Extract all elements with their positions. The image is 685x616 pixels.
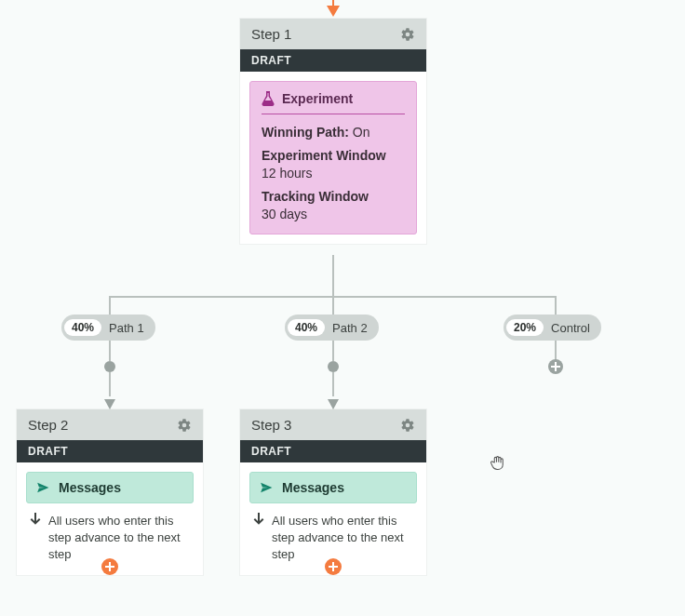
connector-drop-1 [332, 296, 334, 315]
entry-connector [332, 0, 334, 7]
hand-cursor-icon [490, 454, 506, 471]
add-step-button[interactable] [101, 558, 118, 575]
plus-icon [551, 362, 560, 371]
status-badge: DRAFT [17, 440, 203, 462]
connector-col1-a [332, 341, 334, 361]
add-step-button[interactable] [325, 558, 342, 575]
step-title: Step 1 [251, 26, 291, 42]
path-pill-control[interactable]: 20% Control [504, 315, 601, 341]
path-label: Path 1 [109, 321, 144, 335]
experiment-window-row: Experiment Window 12 hours [262, 147, 405, 182]
arrowhead-col1-icon [328, 398, 339, 409]
connector-drop-2 [555, 296, 557, 315]
arrow-down-icon [253, 513, 264, 526]
step-body: Experiment Winning Path: On Experiment W… [240, 72, 426, 244]
path-pct: 40% [64, 319, 101, 336]
plus-icon [329, 562, 338, 571]
tracking-window-row: Tracking Window 30 days [262, 188, 405, 223]
paper-plane-icon [260, 481, 273, 494]
arrowhead-col0-icon [104, 398, 115, 409]
status-badge: DRAFT [240, 49, 426, 72]
node-dot-col0 [104, 361, 115, 372]
path-pct: 20% [506, 319, 544, 336]
path-label: Path 2 [332, 321, 368, 335]
path-pill-2[interactable]: 40% Path 2 [285, 315, 379, 341]
messages-chip[interactable]: Messages [249, 472, 417, 503]
paper-plane-icon [36, 481, 49, 494]
connector-col0-a [109, 341, 111, 361]
messages-label: Messages [59, 480, 121, 495]
flask-icon [262, 91, 275, 106]
messages-label: Messages [282, 480, 344, 495]
step-title: Step 2 [28, 417, 68, 433]
experiment-panel: Experiment Winning Path: On Experiment W… [249, 81, 417, 234]
plus-icon [105, 562, 114, 571]
advance-row: All users who enter this step advance to… [249, 503, 417, 566]
experiment-heading: Experiment [282, 91, 353, 106]
path-pill-1[interactable]: 40% Path 1 [61, 315, 155, 341]
arrow-down-icon [30, 513, 41, 526]
gear-icon[interactable] [177, 418, 192, 433]
connector-col1-b [332, 372, 334, 396]
winning-path-row: Winning Path: On [262, 124, 405, 141]
step-card-1[interactable]: Step 1 DRAFT Experiment [240, 19, 426, 244]
messages-chip[interactable]: Messages [26, 472, 194, 503]
step-header: Step 3 [240, 409, 426, 440]
connector-step1-down [332, 255, 334, 296]
path-pct: 40% [288, 319, 325, 336]
step-header: Step 1 [240, 19, 426, 49]
advance-text: All users who enter this step advance to… [48, 513, 190, 564]
flow-canvas: Step 1 DRAFT Experiment [0, 0, 685, 616]
step-card-2[interactable]: Step 2 DRAFT Messages [17, 409, 203, 575]
connector-drop-0 [109, 296, 111, 315]
add-node-control[interactable] [548, 359, 563, 374]
path-label: Control [551, 321, 590, 335]
step-header: Step 2 [17, 409, 203, 440]
gear-icon[interactable] [400, 418, 415, 433]
step-card-3[interactable]: Step 3 DRAFT Messages [240, 409, 426, 575]
node-dot-col1 [328, 361, 339, 372]
gear-icon[interactable] [400, 27, 415, 42]
status-badge: DRAFT [240, 440, 426, 462]
step-title: Step 3 [251, 417, 291, 433]
connector-col2-a [555, 341, 557, 361]
advance-row: All users who enter this step advance to… [26, 503, 194, 566]
advance-text: All users who enter this step advance to… [272, 513, 413, 564]
connector-col0-b [109, 372, 111, 396]
